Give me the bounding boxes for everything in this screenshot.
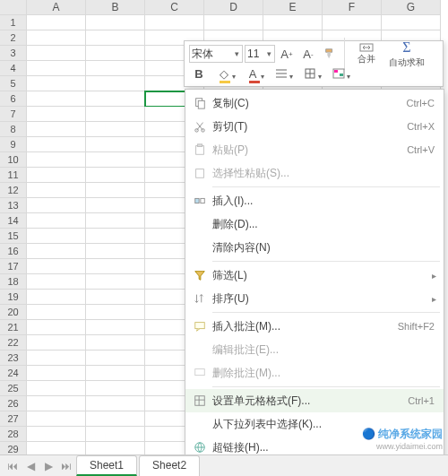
column-header-F[interactable]: F xyxy=(323,0,382,15)
menu-item-10[interactable]: 排序(U) xyxy=(185,287,444,310)
cell-A20[interactable] xyxy=(27,305,86,320)
menu-item-0[interactable]: 复制(C)Ctrl+C xyxy=(185,91,444,115)
select-all-corner[interactable] xyxy=(0,0,27,15)
cell-A16[interactable] xyxy=(27,244,86,259)
cell-B17[interactable] xyxy=(86,259,145,274)
cell-B3[interactable] xyxy=(86,46,145,61)
row-header-17[interactable]: 17 xyxy=(0,259,27,274)
row-header-14[interactable]: 14 xyxy=(0,213,27,229)
column-header-B[interactable]: B xyxy=(86,0,145,15)
row-header-18[interactable]: 18 xyxy=(0,274,27,290)
cell-A7[interactable] xyxy=(27,107,86,122)
cell-B24[interactable] xyxy=(86,366,145,381)
conditional-format-icon[interactable] xyxy=(325,65,352,82)
font-size-select[interactable]: 11 xyxy=(245,45,275,63)
cell-B4[interactable] xyxy=(86,61,145,76)
cell-A4[interactable] xyxy=(27,61,86,76)
cell-B5[interactable] xyxy=(86,76,145,91)
menu-item-5[interactable]: 插入(I)... xyxy=(185,189,444,212)
cell-E1[interactable] xyxy=(263,15,323,30)
cell-A1[interactable] xyxy=(27,15,86,30)
cell-B1[interactable] xyxy=(86,15,145,30)
cell-A18[interactable] xyxy=(27,274,86,290)
cell-A10[interactable] xyxy=(27,152,86,168)
cell-B7[interactable] xyxy=(86,107,145,122)
row-header-2[interactable]: 2 xyxy=(0,30,27,46)
cell-A23[interactable] xyxy=(27,351,86,366)
cell-A15[interactable] xyxy=(27,229,86,244)
row-header-28[interactable]: 28 xyxy=(0,427,27,442)
column-header-C[interactable]: C xyxy=(145,0,204,15)
cell-B6[interactable] xyxy=(86,91,145,107)
menu-item-6[interactable]: 删除(D)... xyxy=(185,212,444,236)
bold-icon[interactable]: B xyxy=(189,65,209,82)
cell-A8[interactable] xyxy=(27,122,86,137)
font-name-select[interactable]: 宋体 xyxy=(189,45,243,63)
cell-B25[interactable] xyxy=(86,381,145,396)
column-header-G[interactable]: G xyxy=(382,0,441,15)
row-header-12[interactable]: 12 xyxy=(0,183,27,198)
row-header-11[interactable]: 11 xyxy=(0,168,27,183)
cell-A22[interactable] xyxy=(27,335,86,351)
increase-font-icon[interactable]: A+ xyxy=(277,45,297,63)
cell-A21[interactable] xyxy=(27,320,86,335)
row-header-25[interactable]: 25 xyxy=(0,381,27,396)
autosum-button[interactable]: Σ 自动求和 xyxy=(385,45,428,63)
row-header-13[interactable]: 13 xyxy=(0,198,27,213)
cell-A3[interactable] xyxy=(27,46,86,61)
cell-B27[interactable] xyxy=(86,411,145,427)
cell-A5[interactable] xyxy=(27,76,86,91)
row-header-4[interactable]: 4 xyxy=(0,61,27,76)
menu-item-1[interactable]: 剪切(T)Ctrl+X xyxy=(185,115,444,138)
menu-item-12[interactable]: 插入批注(M)...Shift+F2 xyxy=(185,315,444,338)
cell-F1[interactable] xyxy=(323,15,382,30)
cell-B20[interactable] xyxy=(86,305,145,320)
cell-A12[interactable] xyxy=(27,183,86,198)
row-header-1[interactable]: 1 xyxy=(0,15,27,30)
row-header-3[interactable]: 3 xyxy=(0,46,27,61)
row-header-20[interactable]: 20 xyxy=(0,305,27,320)
row-header-19[interactable]: 19 xyxy=(0,290,27,305)
row-header-26[interactable]: 26 xyxy=(0,396,27,411)
align-icon[interactable] xyxy=(268,65,295,82)
menu-item-7[interactable]: 清除内容(N) xyxy=(185,236,444,259)
cell-B15[interactable] xyxy=(86,229,145,244)
column-header-D[interactable]: D xyxy=(204,0,263,15)
cell-B2[interactable] xyxy=(86,30,145,46)
merge-button[interactable]: 合并 xyxy=(349,45,383,63)
row-header-5[interactable]: 5 xyxy=(0,76,27,91)
cell-B26[interactable] xyxy=(86,396,145,411)
font-color-icon[interactable]: A xyxy=(239,65,266,82)
cell-B23[interactable] xyxy=(86,351,145,366)
column-header-A[interactable]: A xyxy=(27,0,86,15)
decrease-font-icon[interactable]: A- xyxy=(298,45,318,63)
cell-B16[interactable] xyxy=(86,244,145,259)
row-header-21[interactable]: 21 xyxy=(0,320,27,335)
cell-A11[interactable] xyxy=(27,168,86,183)
cell-A17[interactable] xyxy=(27,259,86,274)
cell-A24[interactable] xyxy=(27,366,86,381)
menu-item-16[interactable]: 设置单元格格式(F)...Ctrl+1 xyxy=(185,389,444,412)
tab-nav-first-icon[interactable]: ⏮ xyxy=(4,458,21,474)
cell-A26[interactable] xyxy=(27,396,86,411)
row-header-15[interactable]: 15 xyxy=(0,229,27,244)
menu-item-9[interactable]: 筛选(L) xyxy=(185,264,444,287)
cell-A2[interactable] xyxy=(27,30,86,46)
tab-nav-last-icon[interactable]: ⏭ xyxy=(58,458,74,474)
row-header-23[interactable]: 23 xyxy=(0,351,27,366)
cell-A19[interactable] xyxy=(27,290,86,305)
cell-B11[interactable] xyxy=(86,168,145,183)
row-header-27[interactable]: 27 xyxy=(0,411,27,427)
cell-A28[interactable] xyxy=(27,427,86,442)
cell-B12[interactable] xyxy=(86,183,145,198)
cell-B21[interactable] xyxy=(86,320,145,335)
cell-D1[interactable] xyxy=(204,15,263,30)
column-header-E[interactable]: E xyxy=(263,0,323,15)
row-header-7[interactable]: 7 xyxy=(0,107,27,122)
cell-G1[interactable] xyxy=(382,15,441,30)
cell-A25[interactable] xyxy=(27,381,86,396)
cell-B10[interactable] xyxy=(86,152,145,168)
cell-B19[interactable] xyxy=(86,290,145,305)
tab-nav-next-icon[interactable]: ▶ xyxy=(40,458,56,474)
row-header-6[interactable]: 6 xyxy=(0,91,27,107)
